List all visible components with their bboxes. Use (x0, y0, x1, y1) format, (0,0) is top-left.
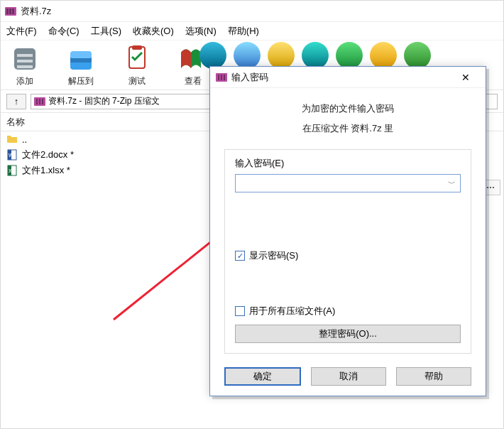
dialog-title-text: 输入密码 (231, 71, 451, 84)
checkbox-unchecked-icon: ✓ (235, 306, 245, 316)
apply-all-group: ✓ 用于所有压缩文件(A) 整理密码(O)... (235, 305, 461, 343)
help-button-label: 帮助 (424, 370, 443, 383)
svg-text:W: W (9, 153, 13, 158)
up-arrow-icon: ↑ (14, 96, 19, 107)
password-input[interactable]: ﹀ (235, 174, 461, 192)
toolbar-extra-row (199, 40, 503, 69)
svg-rect-11 (132, 45, 142, 50)
ok-button-label: 确定 (253, 370, 272, 383)
svg-rect-13 (36, 99, 38, 104)
cancel-button-label: 取消 (339, 370, 358, 383)
menu-options[interactable]: 选项(N) (184, 23, 218, 39)
organize-passwords-label: 整理密码(O)... (319, 327, 377, 340)
menubar: 文件(F) 命令(C) 工具(S) 收藏夹(O) 选项(N) 帮助(H) (1, 22, 503, 40)
toolbar-circle-icon-2[interactable] (234, 42, 261, 69)
show-password-checkbox-row[interactable]: ✓ 显示密码(S) (235, 249, 461, 262)
toolbar-test-label: 测试 (128, 75, 146, 87)
toolbar-extract-label: 解压到 (68, 75, 94, 87)
svg-rect-6 (17, 60, 33, 63)
svg-rect-5 (17, 54, 33, 57)
organize-passwords-button[interactable]: 整理密码(O)... (235, 325, 461, 343)
toolbar-circle-icon-6[interactable] (370, 42, 397, 69)
toolbar-add-button[interactable]: 添加 (5, 43, 44, 87)
password-dialog: 输入密码 ✕ 为加密的文件输入密码 在压缩文件 资料.7z 里 输入密码(E) … (209, 66, 486, 396)
menu-command[interactable]: 命令(C) (47, 23, 81, 39)
toolbar-add-label: 添加 (16, 75, 33, 87)
menu-file[interactable]: 文件(F) (5, 23, 38, 39)
xlsx-icon: X (6, 165, 18, 176)
chevron-down-icon[interactable]: ﹀ (448, 178, 456, 189)
test-icon (122, 44, 152, 74)
column-header-name[interactable]: 名称 (6, 116, 25, 129)
folder-icon (6, 134, 18, 145)
toolbar-circle-icon-5[interactable] (336, 42, 363, 69)
toolbar-circle-icon-7[interactable] (404, 42, 431, 69)
winrar-app-icon (216, 72, 227, 83)
apply-all-label: 用于所有压缩文件(A) (249, 305, 335, 317)
svg-text:X: X (9, 168, 12, 173)
address-text: 资料.7z - 固实的 7-Zip 压缩文 (48, 95, 160, 107)
ok-button[interactable]: 确定 (224, 367, 301, 386)
checkbox-checked-icon: ✓ (235, 251, 245, 261)
dialog-close-button[interactable]: ✕ (451, 69, 480, 86)
cancel-button[interactable]: 取消 (311, 367, 386, 386)
toolbar-extract-button[interactable]: 解压到 (61, 43, 100, 87)
dialog-text-line1: 为加密的文件输入密码 (224, 102, 471, 115)
svg-rect-3 (12, 9, 14, 14)
dialog-text-line2: 在压缩文件 资料.7z 里 (224, 122, 471, 135)
svg-rect-26 (224, 75, 225, 80)
toolbar-circle-icon-3[interactable] (268, 42, 295, 69)
winrar-app-icon (5, 6, 16, 17)
nav-up-button[interactable]: ↑ (6, 94, 26, 109)
password-field-group: 输入密码(E) ﹀ ✓ 显示密码(S) ✓ 用于所有压缩文件(A) 整理密码(O… (224, 149, 471, 354)
svg-rect-24 (218, 75, 219, 80)
toolbar-circle-icon-4[interactable] (302, 42, 329, 69)
svg-rect-9 (70, 51, 92, 58)
main-titlebar: 资料.7z (1, 1, 503, 22)
archive-icon (34, 96, 45, 107)
file-name: 文件2.docx * (22, 148, 74, 161)
extract-icon (66, 44, 96, 74)
menu-favorites[interactable]: 收藏夹(O) (131, 23, 175, 39)
add-icon (10, 44, 40, 74)
toolbar-view-label: 查看 (185, 75, 202, 87)
svg-rect-14 (39, 99, 40, 104)
close-icon: ✕ (461, 72, 470, 83)
menu-help[interactable]: 帮助(H) (226, 23, 261, 39)
parent-folder-label: .. (22, 134, 27, 145)
help-button[interactable]: 帮助 (396, 367, 471, 386)
svg-rect-2 (9, 9, 11, 14)
svg-rect-25 (221, 75, 222, 80)
toolbar-test-button[interactable]: 测试 (117, 43, 156, 87)
apply-all-checkbox-row[interactable]: ✓ 用于所有压缩文件(A) (235, 305, 461, 317)
main-window-title: 资料.7z (21, 5, 51, 18)
password-label: 输入密码(E) (235, 157, 461, 170)
ellipsis-icon: ⋯ (486, 183, 495, 192)
file-name: 文件1.xlsx * (22, 164, 70, 177)
docx-icon: W (6, 149, 18, 161)
dialog-button-row: 确定 取消 帮助 (210, 367, 486, 386)
dialog-body: 为加密的文件输入密码 在压缩文件 资料.7z 里 输入密码(E) ﹀ ✓ 显示密… (210, 88, 486, 364)
dialog-titlebar: 输入密码 ✕ (210, 67, 486, 88)
menu-tools[interactable]: 工具(S) (89, 23, 123, 39)
svg-rect-15 (42, 99, 43, 104)
toolbar-circle-icon-1[interactable] (199, 42, 226, 69)
svg-rect-1 (6, 9, 9, 14)
svg-rect-7 (17, 65, 33, 68)
show-password-label: 显示密码(S) (249, 249, 298, 262)
